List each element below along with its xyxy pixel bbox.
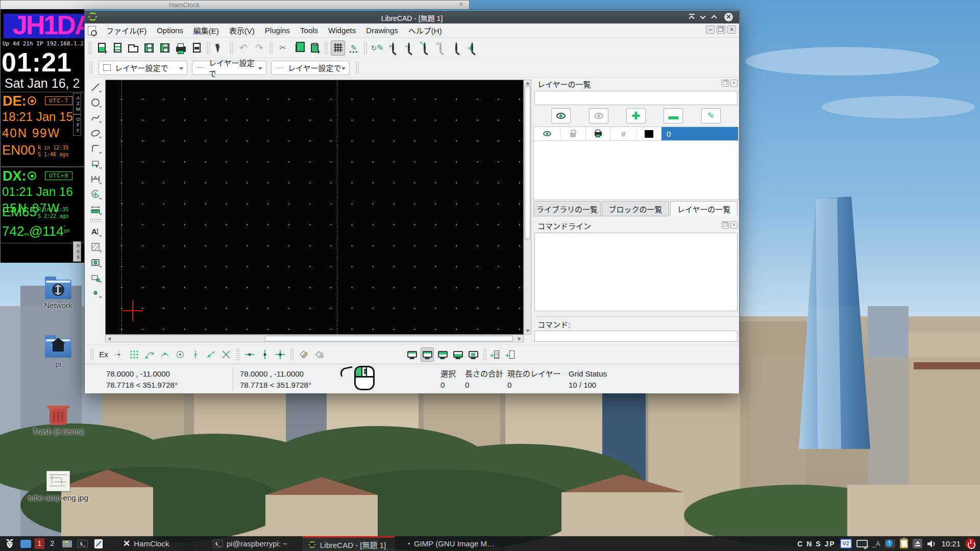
- keep-above-button[interactable]: [688, 14, 696, 21]
- hamclock-utc-date[interactable]: Sat Jan 16, 2: [5, 76, 80, 91]
- add-entity-layer-button[interactable]: [505, 347, 519, 362]
- measure-tool-button[interactable]: [88, 202, 103, 217]
- copy-button[interactable]: [291, 40, 306, 56]
- task-gimp[interactable]: GIMP (GNU Image M…: [403, 536, 500, 551]
- save-button[interactable]: [142, 40, 156, 56]
- snap-distance-button[interactable]: [204, 347, 217, 362]
- menu-view[interactable]: 表示(V): [224, 23, 260, 37]
- toolbar-handle[interactable]: [89, 62, 93, 74]
- menu-file[interactable]: ファイル(F): [101, 23, 152, 37]
- scroll-left-icon[interactable]: [108, 337, 111, 341]
- tab-layer-list[interactable]: レイヤーの一覧: [670, 201, 738, 216]
- minimize-button[interactable]: [699, 14, 707, 21]
- hamclock-de-utc-offset[interactable]: UTC-7: [45, 96, 72, 105]
- pen-linetype-combobox[interactable]: レイヤー設定で: [192, 61, 266, 75]
- hamclock-callsign-banner[interactable]: JH1DA: [4, 14, 85, 38]
- workspace-2-button[interactable]: 2: [47, 538, 57, 549]
- vertical-scrollbar[interactable]: [524, 80, 531, 335]
- show-all-layers-button[interactable]: [551, 108, 571, 123]
- task-librecad[interactable]: LibreCAD - [無題 1]: [303, 536, 395, 551]
- layer-construction-toggle[interactable]: #: [610, 127, 637, 140]
- tab-block-list[interactable]: ブロックの一覧: [602, 201, 669, 216]
- menu-widgets[interactable]: Widgets: [323, 24, 361, 36]
- command-history[interactable]: [534, 233, 738, 311]
- hamclock-utc-time[interactable]: 01:21: [2, 47, 72, 78]
- zoom-in-button[interactable]: +: [386, 40, 400, 56]
- menu-plugins[interactable]: Plugins: [260, 24, 295, 36]
- draft-view-button[interactable]: [405, 347, 419, 362]
- maximize-button[interactable]: [710, 14, 719, 21]
- toolbar-handle[interactable]: [355, 62, 359, 74]
- pen-linewidth-combobox[interactable]: レイヤー設定で: [271, 61, 350, 75]
- vnc-icon[interactable]: V2: [840, 539, 852, 548]
- hamclock-dx-utc-offset[interactable]: UTC+0: [45, 171, 72, 180]
- ime-indicator[interactable]: C N S JP: [797, 540, 835, 548]
- hide-all-layers-button[interactable]: [589, 108, 608, 123]
- new-from-template-button[interactable]: [110, 40, 125, 56]
- mdi-restore-button[interactable]: ❐: [717, 26, 725, 34]
- redraw-button[interactable]: ↻✎: [370, 40, 384, 56]
- save-as-button[interactable]: ✎: [158, 40, 172, 56]
- add-layer-button[interactable]: ✚: [626, 108, 646, 123]
- layer-color-cell[interactable]: [637, 127, 662, 140]
- paste-button[interactable]: [307, 40, 322, 56]
- panel-float-button[interactable]: ❐: [722, 80, 729, 87]
- mdi-child-icon[interactable]: [88, 26, 96, 35]
- toolbar-handle[interactable]: [88, 42, 92, 54]
- layer-lock-toggle[interactable]: [560, 127, 586, 140]
- drawing-canvas[interactable]: [105, 80, 524, 335]
- zoom-window-button[interactable]: [449, 40, 463, 56]
- librecad-titlebar[interactable]: LibreCAD - [無題 1] ✕: [85, 10, 739, 23]
- hamclock-app[interactable]: JH1DA Up 4d 21h IP 192.168.1.25 01:21 Sa…: [1, 9, 85, 263]
- circle-tool-button[interactable]: [88, 95, 103, 110]
- zoom-out-button[interactable]: −: [402, 40, 416, 56]
- zoom-pan-button[interactable]: ✛: [465, 40, 479, 56]
- exclusive-snap-button[interactable]: Ex: [97, 347, 110, 362]
- desktop-icon-network[interactable]: Network: [28, 276, 89, 310]
- volume-icon[interactable]: [927, 540, 937, 548]
- clipboard-icon[interactable]: [900, 539, 908, 548]
- desktop-icon-tube-amp-jpg[interactable]: tube-amp-eng.jpg: [28, 467, 89, 502]
- ellipse-tool-button[interactable]: [88, 126, 103, 140]
- snap-middle-button[interactable]: [189, 347, 202, 362]
- desktop-icon-pi[interactable]: pi: [28, 334, 89, 368]
- scrollbar-thumb[interactable]: [265, 336, 513, 341]
- hamclock-azm-button[interactable]: AZM: [73, 93, 81, 114]
- snap-on-entity-button[interactable]: [158, 347, 172, 362]
- panel-close-button[interactable]: ×: [730, 221, 738, 229]
- file-manager-places-button[interactable]: [19, 538, 32, 550]
- center-view-button[interactable]: [467, 347, 480, 362]
- panel-float-button[interactable]: ❐: [722, 221, 729, 229]
- restrict-horizontal-button[interactable]: [243, 347, 256, 362]
- print-preview-button[interactable]: [189, 40, 204, 56]
- tab-library-list[interactable]: ライブラリの一覧: [533, 201, 601, 216]
- redo-button[interactable]: ↷: [252, 40, 266, 56]
- task-hamclock[interactable]: ✕ HamClock: [118, 536, 200, 551]
- pen-color-combobox[interactable]: レイヤー設定で: [99, 61, 187, 75]
- dimension-tool-button[interactable]: A: [88, 171, 103, 186]
- scroll-up-icon[interactable]: [526, 82, 530, 85]
- layer-list-empty-area[interactable]: [533, 141, 739, 200]
- task-terminal[interactable]: $_ pi@raspberrypi: ~: [208, 536, 295, 551]
- menu-drawings[interactable]: Drawings: [361, 24, 403, 36]
- polyline-tool-button[interactable]: [88, 141, 103, 156]
- terminal-launcher-button[interactable]: $_: [77, 538, 89, 550]
- workspace-1-button[interactable]: 1: [35, 538, 44, 549]
- snap-grid-button[interactable]: [128, 347, 141, 362]
- half-bottom-view-button[interactable]: [451, 347, 464, 362]
- menu-help[interactable]: ヘルプ(H): [403, 23, 447, 37]
- lock-relative-zero-button[interactable]: [312, 347, 326, 362]
- eject-icon[interactable]: [913, 539, 922, 548]
- menu-edit[interactable]: 編集(E): [188, 23, 224, 37]
- image-tool-button[interactable]: [88, 255, 103, 269]
- file-manager-button[interactable]: [61, 538, 73, 550]
- spline-tool-button[interactable]: [88, 110, 103, 125]
- new-file-button[interactable]: [94, 40, 109, 56]
- restrict-orthogonal-button[interactable]: [274, 347, 287, 362]
- hamclock-de-panel[interactable]: DE: UTC-7 18:21 Jan 15 40N 99W EN00 R in…: [1, 92, 84, 167]
- scrollbar-thumb[interactable]: [525, 86, 530, 239]
- menu-options[interactable]: Options: [152, 24, 188, 36]
- close-button[interactable]: ✕: [724, 13, 733, 21]
- grid-toggle-button[interactable]: [331, 40, 345, 56]
- draft-mode-button[interactable]: ✎: [347, 40, 361, 56]
